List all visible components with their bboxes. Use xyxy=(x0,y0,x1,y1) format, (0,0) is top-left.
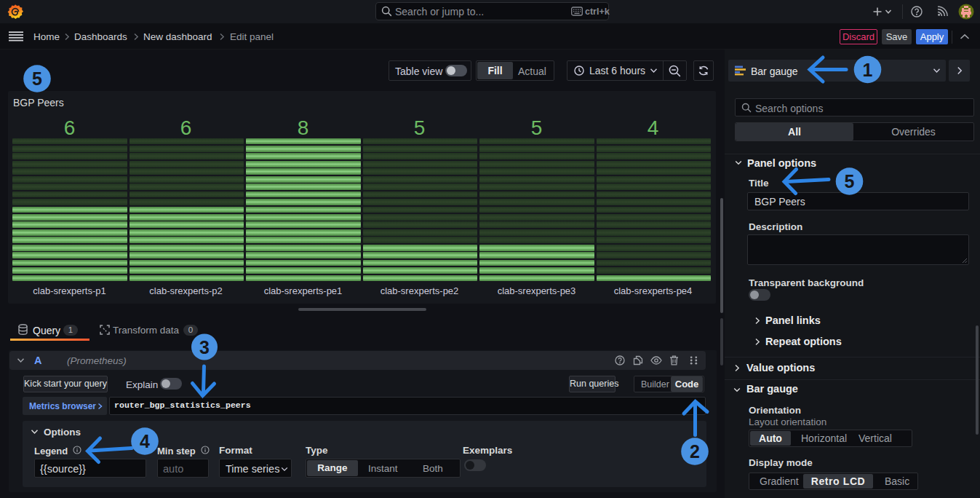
svg-text:4: 4 xyxy=(140,431,150,451)
svg-text:1: 1 xyxy=(863,60,873,80)
svg-text:3: 3 xyxy=(199,337,210,357)
svg-text:2: 2 xyxy=(690,441,700,462)
svg-text:5: 5 xyxy=(32,68,42,89)
svg-text:5: 5 xyxy=(845,171,855,191)
